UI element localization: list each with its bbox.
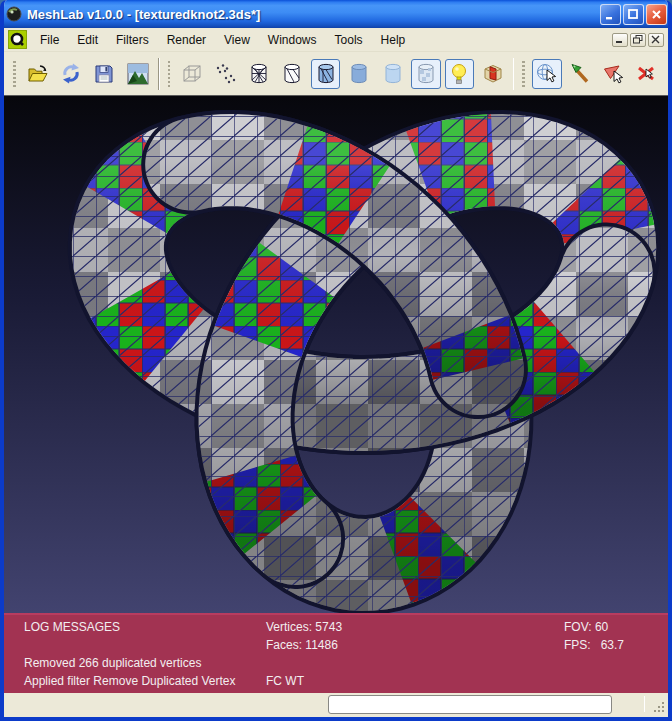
menu-edit[interactable]: Edit [68,30,107,50]
toolbar-drag-handle[interactable] [13,61,16,87]
toolbar-separator [158,58,160,90]
statusbar-separator [644,696,645,712]
title-bar[interactable]: MeshLab v1.0.0 - [texturedknot2.3ds*] [0,0,672,28]
open-button[interactable] [23,59,52,89]
pick-point-button[interactable] [566,59,595,89]
reload-button[interactable] [56,59,85,89]
bounding-box-button[interactable] [177,59,206,89]
backface-culling-button[interactable] [478,59,507,89]
delete-faces-icon [635,62,659,86]
knot-3d-model [4,96,668,613]
flat-lines-icon [314,62,338,86]
light-bulb-icon [447,62,471,86]
minimize-button[interactable] [600,4,621,25]
wireframe-icon [247,62,271,86]
mdi-minimize-button[interactable] [612,33,628,47]
mdi-minimize-icon [615,35,625,44]
fov-value: FOV: 60 [564,620,608,634]
mdi-restore-button[interactable] [630,33,646,47]
log-heading: LOG MESSAGES [24,620,120,634]
menu-tools[interactable]: Tools [326,30,372,50]
smooth-button[interactable] [378,59,407,89]
trackball-button[interactable] [532,59,561,89]
snapshot-icon [126,62,150,86]
hidden-lines-icon [280,62,304,86]
select-faces-button[interactable] [599,59,628,89]
menu-render[interactable]: Render [158,30,215,50]
mdi-close-button[interactable] [648,33,664,47]
status-input[interactable] [328,695,612,714]
app-icon [6,6,22,22]
texture-icon [414,62,438,86]
window-title: MeshLab v1.0.0 - [texturedknot2.3ds*] [27,7,598,22]
texture-button[interactable] [411,59,440,89]
smooth-icon [381,62,405,86]
save-button[interactable] [90,59,119,89]
toolbar [4,52,668,96]
flat-icon [347,62,371,86]
points-button[interactable] [211,59,240,89]
close-button[interactable] [646,4,667,25]
toolbar-drag-handle[interactable] [522,61,525,87]
points-icon [214,62,238,86]
backface-culling-icon [481,62,505,86]
maximize-icon [628,9,639,20]
close-icon [651,9,662,20]
flat-lines-button[interactable] [311,59,340,89]
menu-help[interactable]: Help [372,30,415,50]
menu-filters[interactable]: Filters [107,30,158,50]
hidden-lines-button[interactable] [278,59,307,89]
mdi-close-icon [651,35,661,44]
pick-point-icon [569,62,593,86]
menu-windows[interactable]: Windows [259,30,326,50]
open-folder-icon [26,62,50,86]
vertices-count: Vertices: 5743 [266,620,342,634]
bounding-box-icon [180,62,204,86]
resize-grip-icon[interactable] [653,701,666,714]
minimize-icon [605,9,616,20]
log-line: Removed 266 duplicated vertices [24,656,201,670]
wireframe-button[interactable] [244,59,273,89]
menu-view[interactable]: View [215,30,259,50]
mesh-flags: FC WT [266,674,304,688]
faces-count: Faces: 11486 [266,638,338,652]
reload-icon [59,62,83,86]
trackball-icon [535,62,559,86]
snapshot-button[interactable] [123,59,152,89]
menu-file[interactable]: File [31,30,68,50]
viewport-3d[interactable] [4,96,668,613]
mdi-window-controls [612,33,666,47]
flat-button[interactable] [344,59,373,89]
document-icon [8,30,27,49]
fps-value: FPS: 63.7 [564,638,624,652]
mdi-restore-icon [633,35,643,44]
delete-faces-button[interactable] [633,59,662,89]
select-faces-icon [602,62,626,86]
log-panel: LOG MESSAGES Vertices: 5743 FOV: 60 Face… [4,615,668,693]
status-bar [4,693,668,717]
menu-bar: File Edit Filters Render View Windows To… [4,28,668,52]
light-button[interactable] [445,59,474,89]
log-line: Applied filter Remove Duplicated Vertex [24,674,235,688]
toolbar-drag-handle[interactable] [168,61,171,87]
save-floppy-icon [92,62,116,86]
toolbar-separator [513,58,515,90]
meshlab-window: MeshLab v1.0.0 - [texturedknot2.3ds*] Fi… [0,0,672,721]
maximize-button[interactable] [623,4,644,25]
